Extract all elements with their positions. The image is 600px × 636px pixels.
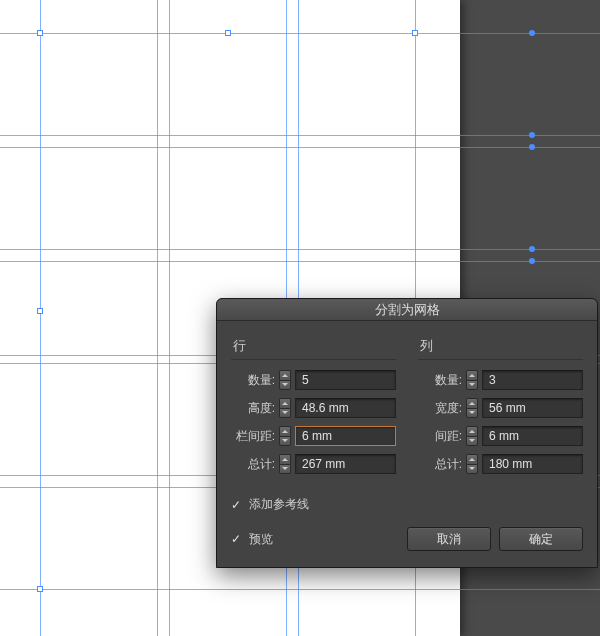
selection-handle[interactable] — [412, 30, 418, 36]
cols-total-input[interactable]: 180 mm — [482, 454, 583, 474]
stepper-up-icon[interactable] — [279, 454, 291, 464]
selection-handle[interactable] — [37, 308, 43, 314]
cols-count-field: 数量: 3 — [418, 370, 583, 390]
guide-vertical[interactable] — [40, 0, 41, 636]
dialog-body: 行 数量: 5 高度: — [217, 321, 597, 523]
rows-section: 行 数量: 5 高度: — [231, 337, 396, 482]
split-grid-dialog: 分割为网格 行 数量: 5 — [216, 298, 598, 568]
stepper-down-icon[interactable] — [466, 464, 478, 475]
stepper[interactable] — [279, 426, 291, 446]
field-label: 间距: — [418, 428, 462, 445]
field-label: 总计: — [418, 456, 462, 473]
stepper-down-icon[interactable] — [466, 436, 478, 447]
dialog-title: 分割为网格 — [375, 302, 440, 317]
field-label: 总计: — [231, 456, 275, 473]
stepper[interactable] — [466, 398, 478, 418]
selection-handle[interactable] — [225, 30, 231, 36]
rows-height-input[interactable]: 48.6 mm — [295, 398, 396, 418]
selection-handle[interactable] — [37, 30, 43, 36]
rows-total-field: 总计: 267 mm — [231, 454, 396, 474]
add-guides-checkbox[interactable]: ✓ 添加参考线 — [231, 496, 583, 513]
field-label: 宽度: — [418, 400, 462, 417]
field-label: 数量: — [231, 372, 275, 389]
stepper-down-icon[interactable] — [279, 380, 291, 391]
stepper-down-icon[interactable] — [279, 464, 291, 475]
rows-height-field: 高度: 48.6 mm — [231, 398, 396, 418]
preview-label: 预览 — [249, 531, 273, 548]
stepper-down-icon[interactable] — [279, 408, 291, 419]
stepper[interactable] — [279, 398, 291, 418]
cols-total-field: 总计: 180 mm — [418, 454, 583, 474]
stepper[interactable] — [279, 370, 291, 390]
field-label: 数量: — [418, 372, 462, 389]
selection-handle[interactable] — [37, 586, 43, 592]
stepper[interactable] — [466, 426, 478, 446]
stepper[interactable] — [466, 454, 478, 474]
guide-endpoint[interactable] — [529, 246, 535, 252]
cols-section: 列 数量: 3 宽度: — [418, 337, 583, 482]
stepper-down-icon[interactable] — [466, 380, 478, 391]
divider — [418, 359, 583, 360]
ok-button[interactable]: 确定 — [499, 527, 583, 551]
stepper[interactable] — [279, 454, 291, 474]
cols-section-label: 列 — [418, 337, 583, 355]
stepper-down-icon[interactable] — [466, 408, 478, 419]
field-label: 栏间距: — [231, 428, 275, 445]
preview-checkbox[interactable]: ✓ 预览 — [231, 531, 399, 548]
checkmark-icon: ✓ — [231, 498, 243, 512]
rows-count-input[interactable]: 5 — [295, 370, 396, 390]
guide-endpoint[interactable] — [529, 144, 535, 150]
stepper-up-icon[interactable] — [466, 370, 478, 380]
cols-width-field: 宽度: 56 mm — [418, 398, 583, 418]
stepper-up-icon[interactable] — [466, 426, 478, 436]
cols-gutter-input[interactable]: 6 mm — [482, 426, 583, 446]
stepper-up-icon[interactable] — [279, 398, 291, 408]
guide-horizontal[interactable] — [0, 135, 600, 136]
stepper-up-icon[interactable] — [279, 426, 291, 436]
rows-section-label: 行 — [231, 337, 396, 355]
stepper[interactable] — [466, 370, 478, 390]
rows-gutter-field: 栏间距: 6 mm — [231, 426, 396, 446]
dialog-footer: ✓ 预览 取消 确定 — [217, 523, 597, 563]
canvas-area: 分割为网格 行 数量: 5 — [0, 0, 600, 636]
guide-horizontal[interactable] — [0, 33, 600, 34]
guide-horizontal[interactable] — [0, 249, 600, 250]
field-label: 高度: — [231, 400, 275, 417]
cols-count-input[interactable]: 3 — [482, 370, 583, 390]
guide-endpoint[interactable] — [529, 258, 535, 264]
add-guides-label: 添加参考线 — [249, 496, 309, 513]
cols-gutter-field: 间距: 6 mm — [418, 426, 583, 446]
rows-total-input[interactable]: 267 mm — [295, 454, 396, 474]
stepper-up-icon[interactable] — [466, 398, 478, 408]
guide-vertical[interactable] — [157, 0, 158, 636]
guide-horizontal[interactable] — [0, 261, 600, 262]
guide-endpoint[interactable] — [529, 30, 535, 36]
divider — [231, 359, 396, 360]
guide-horizontal[interactable] — [0, 589, 600, 590]
rows-count-field: 数量: 5 — [231, 370, 396, 390]
cols-width-input[interactable]: 56 mm — [482, 398, 583, 418]
stepper-up-icon[interactable] — [466, 454, 478, 464]
cancel-button[interactable]: 取消 — [407, 527, 491, 551]
checkmark-icon: ✓ — [231, 532, 243, 546]
guide-endpoint[interactable] — [529, 132, 535, 138]
stepper-down-icon[interactable] — [279, 436, 291, 447]
stepper-up-icon[interactable] — [279, 370, 291, 380]
guide-horizontal[interactable] — [0, 147, 600, 148]
rows-gutter-input[interactable]: 6 mm — [295, 426, 396, 446]
guide-vertical[interactable] — [169, 0, 170, 636]
dialog-titlebar[interactable]: 分割为网格 — [217, 299, 597, 321]
